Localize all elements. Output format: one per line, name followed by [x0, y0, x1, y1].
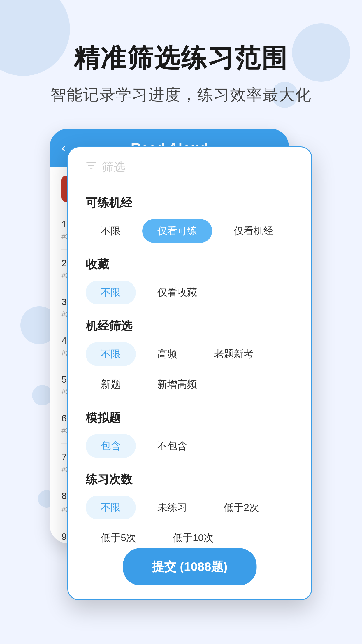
phone-container: ‹ Read Aloud RA 已选题目 1. Book ch... #213 … — [50, 129, 312, 610]
filter-btn-buxian-jj[interactable]: 不限 — [86, 342, 136, 366]
bg-decoration-circle-5 — [32, 385, 52, 405]
filter-options-moniti: 包含 不包含 — [86, 434, 294, 458]
filter-btn-bubaoh[interactable]: 不包含 — [142, 434, 202, 458]
filter-btn-buxian-sc[interactable]: 不限 — [86, 281, 136, 304]
filter-label-text: 筛选 — [102, 159, 125, 175]
submit-button[interactable]: 提交 (1088题) — [123, 548, 256, 585]
section-title-jijing: 机经筛选 — [86, 318, 294, 334]
filter-options-cishu: 不限 未练习 低于2次 低于5次 低于10次 — [86, 496, 294, 550]
filter-btn-xinti[interactable]: 新题 — [86, 372, 136, 396]
filter-btn-jinkanshoucang[interactable]: 仅看收藏 — [142, 281, 212, 304]
filter-btn-diyu2[interactable]: 低于2次 — [209, 496, 274, 519]
back-icon[interactable]: ‹ — [61, 141, 66, 155]
filter-section-moniti: 模拟题 包含 不包含 — [68, 399, 311, 458]
page-header: 精准筛选练习范围 智能记录学习进度，练习效率最大化 — [0, 0, 362, 106]
filter-btn-jinkanji[interactable]: 仅看机经 — [219, 219, 289, 243]
filter-options-jijing: 不限 高频 老题新考 新题 新增高频 — [86, 342, 294, 396]
filter-options-shoucang: 不限 仅看收藏 — [86, 281, 294, 304]
filter-btn-buxian-cs[interactable]: 不限 — [86, 496, 136, 519]
filter-btn-xinzenggaopin[interactable]: 新增高频 — [142, 372, 212, 396]
filter-section-kelijing: 可练机经 不限 仅看可练 仅看机经 — [68, 184, 311, 243]
filter-section-shoucang: 收藏 不限 仅看收藏 — [68, 246, 311, 304]
filter-section-cishu: 练习次数 不限 未练习 低于2次 低于5次 低于10次 — [68, 461, 311, 550]
page-title: 精准筛选练习范围 — [0, 41, 362, 76]
section-title-cishu: 练习次数 — [86, 471, 294, 487]
filter-section-jijing: 机经筛选 不限 高频 老题新考 新题 新增高频 — [68, 307, 311, 396]
filter-icon — [86, 160, 97, 174]
filter-btn-baoh[interactable]: 包含 — [86, 434, 136, 458]
section-title-kelijing: 可练机经 — [86, 195, 294, 211]
page-subtitle: 智能记录学习进度，练习效率最大化 — [0, 84, 362, 106]
section-title-moniti: 模拟题 — [86, 410, 294, 426]
filter-options-kelijing: 不限 仅看可练 仅看机经 — [86, 219, 294, 243]
filter-btn-buxian[interactable]: 不限 — [86, 219, 136, 243]
filter-btn-weilian[interactable]: 未练习 — [142, 496, 202, 519]
filter-header: 筛选 — [68, 147, 311, 184]
filter-btn-diyu10[interactable]: 低于10次 — [158, 526, 229, 550]
filter-btn-diyu5[interactable]: 低于5次 — [86, 526, 151, 550]
filter-modal: 筛选 可练机经 不限 仅看可练 仅看机经 收藏 不限 仅看收藏 机经筛选 不限 — [67, 146, 312, 600]
section-title-shoucang: 收藏 — [86, 256, 294, 272]
filter-btn-jinkekelijin[interactable]: 仅看可练 — [142, 219, 212, 243]
filter-btn-laotixinkao[interactable]: 老题新考 — [199, 342, 269, 366]
filter-btn-gaopin[interactable]: 高频 — [142, 342, 192, 366]
